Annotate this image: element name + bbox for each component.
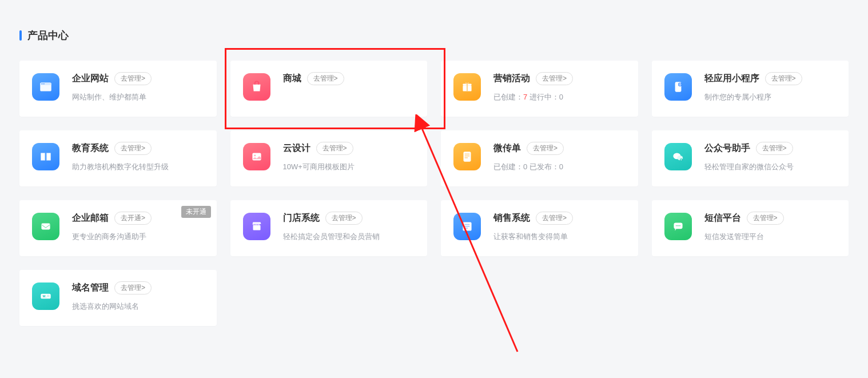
document-icon (453, 143, 481, 170)
svg-rect-18 (41, 224, 50, 230)
shopping-bag-icon (243, 73, 270, 101)
card-desc: 助力教培机构数字化转型升级 (72, 162, 204, 172)
svg-rect-22 (465, 226, 470, 227)
card-title: 销售系统 (493, 212, 530, 224)
card-desc: 制作您的专属小程序 (704, 92, 837, 102)
card-cloud-design[interactable]: 云设计 去管理> 10W+可商用模板图片 (230, 130, 428, 186)
card-marketing[interactable]: 营销活动 去管理> 已创建：7 进行中：0 (441, 61, 638, 117)
envelope-icon (32, 213, 59, 240)
svg-rect-21 (465, 224, 470, 225)
manage-button[interactable]: 去管理> (536, 72, 573, 85)
card-title: 教育系统 (72, 142, 109, 154)
gift-icon (453, 73, 481, 101)
section-title-text: 产品中心 (27, 29, 69, 42)
svg-rect-28 (47, 295, 49, 296)
stat-label: 进行中： (527, 93, 559, 101)
manage-button[interactable]: 去管理> (316, 142, 353, 155)
card-sales-system[interactable]: 销售系统 去管理> 让获客和销售变得简单 (441, 200, 638, 256)
card-desc: 更专业的商务沟通助手 (72, 232, 204, 242)
activate-button[interactable]: 去开通> (114, 212, 152, 225)
section-title: 产品中心 (19, 29, 849, 42)
wechat-icon (664, 143, 692, 170)
card-miniprogram[interactable]: 轻应用小程序 去管理> 制作您的专属小程序 (652, 61, 849, 117)
svg-rect-12 (465, 154, 470, 155)
card-title: 营销活动 (493, 73, 530, 85)
card-title: 域名管理 (72, 282, 109, 294)
card-education[interactable]: 教育系统 去管理> 助力教培机构数字化转型升级 (19, 130, 217, 186)
card-desc: 短信发送管理平台 (704, 232, 837, 242)
list-icon (453, 213, 481, 240)
stat-value: 0 (559, 93, 563, 101)
card-sms-platform[interactable]: 短信平台 去管理> 短信发送管理平台 (652, 200, 849, 256)
stat-label: 已创建： (493, 93, 523, 101)
chat-icon (664, 213, 692, 240)
svg-rect-19 (253, 225, 260, 230)
card-desc: 轻松管理自家的微信公众号 (704, 162, 837, 172)
card-title: 轻应用小程序 (704, 73, 759, 85)
manage-button[interactable]: 去管理> (527, 142, 564, 155)
card-title: 公众号助手 (704, 142, 750, 154)
card-desc: 轻松搞定会员管理和会员营销 (283, 232, 415, 242)
svg-rect-13 (465, 156, 470, 157)
manage-button[interactable]: 去管理> (114, 72, 152, 85)
svg-rect-29 (47, 296, 49, 297)
card-title: 企业网站 (72, 73, 109, 85)
manage-button[interactable]: 去管理> (765, 72, 802, 85)
image-icon (243, 143, 270, 170)
manage-button[interactable]: 去管理> (307, 72, 344, 85)
card-desc: 已创建：7 进行中：0 (493, 92, 626, 102)
svg-rect-14 (465, 157, 468, 158)
svg-point-10 (254, 154, 256, 156)
svg-rect-6 (467, 84, 468, 91)
card-desc: 让获客和销售变得简单 (493, 232, 626, 242)
card-desc: 挑选喜欢的网站域名 (72, 301, 204, 312)
stat-value: 0 (559, 162, 563, 171)
card-title: 商城 (283, 73, 301, 85)
website-icon (32, 73, 59, 101)
manage-button[interactable]: 去管理> (536, 212, 573, 225)
store-icon (243, 213, 270, 240)
card-desc: 网站制作、维护都简单 (72, 92, 204, 102)
manage-button[interactable]: 去管理> (747, 212, 784, 225)
title-bar-accent (19, 30, 22, 41)
domain-icon: W. (32, 282, 59, 310)
card-desc: 已创建：0 已发布：0 (493, 162, 626, 172)
card-domain-management[interactable]: W. 域名管理 去管理> 挑选喜欢的网站域名 (19, 270, 217, 326)
stat-label: 已发布： (527, 162, 559, 171)
svg-rect-23 (465, 228, 468, 229)
card-mall[interactable]: 商城 去管理> (230, 61, 428, 117)
manage-button[interactable]: 去管理> (756, 142, 793, 155)
svg-rect-25 (675, 225, 680, 226)
phone-app-icon (664, 73, 692, 101)
card-title: 门店系统 (283, 212, 320, 224)
card-enterprise-mail[interactable]: 未开通 企业邮箱 去开通> 更专业的商务沟通助手 (19, 200, 217, 256)
manage-button[interactable]: 去管理> (114, 281, 152, 295)
svg-point-2 (42, 83, 43, 85)
card-flyer[interactable]: 微传单 去管理> 已创建：0 已发布：0 (441, 130, 638, 186)
book-icon (32, 143, 59, 170)
svg-rect-11 (464, 152, 471, 161)
card-title: 短信平台 (704, 212, 741, 224)
manage-button[interactable]: 去管理> (114, 142, 152, 155)
svg-point-8 (678, 82, 682, 86)
card-enterprise-website[interactable]: 企业网站 去管理> 网站制作、维护都简单 (19, 61, 217, 117)
not-activated-badge: 未开通 (181, 206, 211, 218)
card-title: 云设计 (283, 142, 310, 154)
card-store-system[interactable]: 门店系统 去管理> 轻松搞定会员管理和会员营销 (230, 200, 428, 256)
stat-label: 已创建： (493, 162, 523, 171)
card-title: 企业邮箱 (72, 212, 109, 224)
svg-point-3 (43, 83, 45, 85)
svg-text:W.: W. (43, 295, 47, 298)
card-title: 微传单 (493, 142, 521, 154)
card-official-account[interactable]: 公众号助手 去管理> 轻松管理自家的微信公众号 (652, 130, 849, 186)
product-grid: 企业网站 去管理> 网站制作、维护都简单 商城 去管理> (19, 61, 849, 326)
manage-button[interactable]: 去管理> (325, 212, 363, 225)
card-desc: 10W+可商用模板图片 (283, 162, 415, 172)
